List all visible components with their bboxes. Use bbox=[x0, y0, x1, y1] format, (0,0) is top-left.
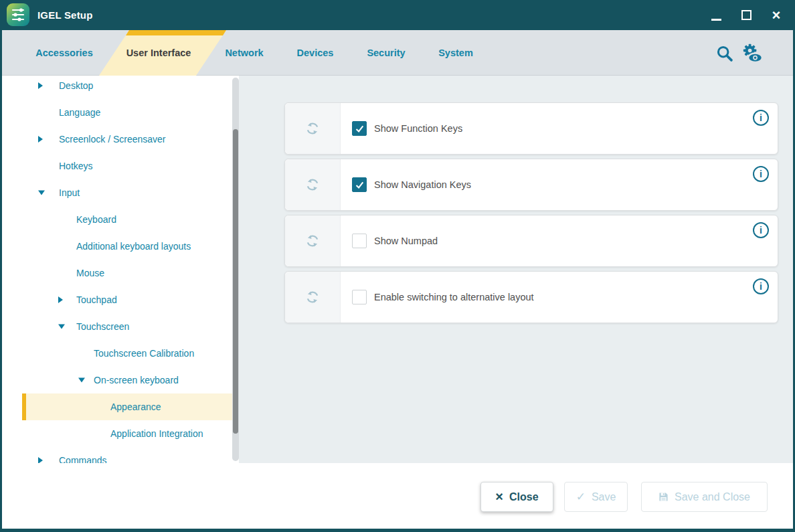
close-button[interactable]: × Close bbox=[480, 482, 553, 512]
sidebar-item-mouse[interactable]: Mouse bbox=[22, 260, 235, 286]
setting-label: Show Navigation Keys bbox=[374, 179, 471, 190]
sidebar-item-screenlock-screensaver[interactable]: Screenlock / Screensaver bbox=[22, 126, 235, 153]
info-icon[interactable]: i bbox=[753, 222, 769, 238]
setting-row-show-navigation-keys: Show Navigation Keys i bbox=[284, 159, 778, 211]
tab-accessories[interactable]: Accessories bbox=[35, 30, 92, 76]
save-button[interactable]: ✓ Save bbox=[564, 482, 628, 512]
chevron-right-icon bbox=[38, 457, 43, 463]
sidebar-item-appearance[interactable]: Appearance bbox=[22, 393, 235, 420]
reset-parameter-button[interactable] bbox=[285, 215, 341, 266]
sidebar-item-additional-keyboard-layouts[interactable]: Additional keyboard layouts bbox=[22, 233, 235, 260]
chevron-right-icon bbox=[38, 136, 43, 143]
setting-row-enable-switching-alternative-layout: Enable switching to alternative layout i bbox=[284, 271, 778, 323]
sidebar-item-touchpad[interactable]: Touchpad bbox=[22, 286, 235, 313]
tab-bar: Accessories User Interface Network Devic… bbox=[2, 30, 793, 76]
settings-panel: Show Function Keys i Show Navigation Key… bbox=[239, 76, 793, 463]
reset-parameter-icon bbox=[304, 176, 321, 193]
chevron-down-icon bbox=[58, 325, 65, 329]
save-floppy-icon bbox=[658, 492, 669, 502]
close-x-icon: × bbox=[495, 490, 503, 503]
setting-label: Show Numpad bbox=[374, 236, 438, 246]
view-settings-gear-eye-icon[interactable] bbox=[741, 43, 764, 64]
check-icon: ✓ bbox=[576, 491, 586, 503]
sidebar-item-language[interactable]: Language bbox=[22, 99, 235, 126]
tab-devices[interactable]: Devices bbox=[297, 30, 334, 76]
settings-tree-sidebar: Desktop Language Screenlock / Screensave… bbox=[2, 76, 239, 463]
window-title: IGEL Setup bbox=[37, 0, 93, 30]
window-border-left bbox=[0, 30, 2, 532]
sidebar-item-commands[interactable]: Commands bbox=[22, 447, 235, 463]
chevron-right-icon bbox=[38, 82, 43, 89]
maximize-button[interactable] bbox=[735, 0, 758, 30]
tab-system[interactable]: System bbox=[438, 30, 473, 76]
minimize-icon bbox=[711, 19, 721, 21]
reset-parameter-button[interactable] bbox=[285, 159, 341, 210]
search-icon[interactable] bbox=[715, 44, 734, 63]
checkbox-enable-switching-alternative-layout[interactable] bbox=[352, 290, 367, 304]
close-button-label: Close bbox=[509, 491, 539, 503]
chevron-down-icon bbox=[78, 378, 85, 383]
setting-label: Enable switching to alternative layout bbox=[374, 292, 534, 302]
chevron-right-icon bbox=[58, 296, 63, 303]
sidebar-item-desktop[interactable]: Desktop bbox=[22, 76, 235, 99]
sidebar-item-input[interactable]: Input bbox=[22, 179, 235, 206]
sidebar-item-touchscreen-calibration[interactable]: Touchscreen Calibration bbox=[22, 340, 235, 367]
checkmark-icon bbox=[354, 123, 365, 134]
checkbox-show-numpad[interactable] bbox=[352, 234, 367, 248]
sidebar-item-touchscreen[interactable]: Touchscreen bbox=[22, 313, 235, 340]
sidebar-item-keyboard[interactable]: Keyboard bbox=[22, 206, 235, 233]
reset-parameter-icon bbox=[304, 288, 321, 306]
close-icon: × bbox=[772, 8, 781, 23]
checkbox-show-function-keys[interactable] bbox=[352, 121, 367, 136]
close-window-button[interactable]: × bbox=[765, 0, 788, 30]
reset-parameter-icon bbox=[304, 120, 321, 137]
setting-row-show-numpad: Show Numpad i bbox=[284, 215, 778, 267]
info-icon[interactable]: i bbox=[753, 110, 769, 126]
tab-network[interactable]: Network bbox=[225, 30, 263, 76]
save-button-label: Save bbox=[592, 491, 616, 503]
save-and-close-button[interactable]: Save and Close bbox=[641, 482, 768, 512]
info-icon[interactable]: i bbox=[753, 278, 769, 294]
igel-logo-icon bbox=[7, 3, 29, 26]
window-border-bottom bbox=[0, 529, 795, 532]
info-icon[interactable]: i bbox=[753, 166, 769, 182]
igel-setup-window: IGEL Setup × Accessories User Interface … bbox=[0, 0, 795, 532]
checkbox-show-navigation-keys[interactable] bbox=[352, 177, 367, 192]
setting-row-show-function-keys: Show Function Keys i bbox=[284, 102, 778, 155]
minimize-button[interactable] bbox=[705, 0, 727, 30]
chevron-down-icon bbox=[38, 191, 45, 195]
reset-parameter-icon bbox=[304, 232, 321, 250]
maximize-icon bbox=[741, 10, 752, 20]
checkmark-icon bbox=[354, 179, 365, 190]
tab-security[interactable]: Security bbox=[367, 30, 405, 76]
save-and-close-button-label: Save and Close bbox=[675, 491, 750, 503]
sidebar-item-hotkeys[interactable]: Hotkeys bbox=[22, 153, 235, 179]
titlebar: IGEL Setup × bbox=[0, 0, 795, 30]
reset-parameter-button[interactable] bbox=[285, 103, 341, 154]
sidebar-item-application-integration[interactable]: Application Integration bbox=[22, 420, 235, 447]
sidebar-scrollbar-thumb[interactable] bbox=[233, 129, 238, 434]
setting-label: Show Function Keys bbox=[374, 123, 462, 134]
sidebar-item-on-screen-keyboard[interactable]: On-screen keyboard bbox=[22, 367, 235, 393]
reset-parameter-button[interactable] bbox=[285, 272, 341, 323]
tab-user-interface[interactable]: User Interface bbox=[126, 30, 191, 76]
